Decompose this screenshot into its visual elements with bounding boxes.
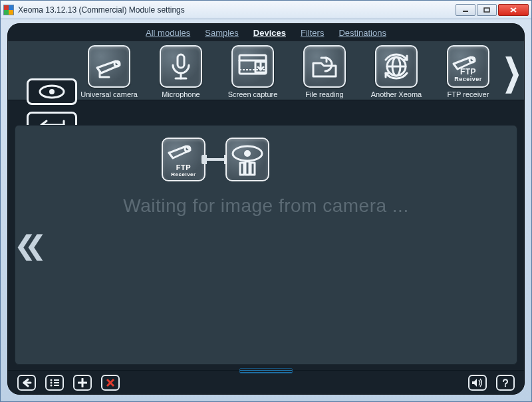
svg-rect-26 [245,161,249,175]
module-file-reading[interactable]: File reading [295,45,354,98]
question-icon [501,378,510,387]
plus-icon [78,378,87,387]
svg-marker-39 [472,379,477,387]
module-label: Screen capture [223,90,282,98]
svg-text:FTP: FTP [460,67,476,76]
pipeline-node-ftp-receiver[interactable]: FTP Receiver [162,138,205,181]
waiting-text: Waiting for image from camera ... [15,195,517,217]
window-frame: Xeoma 13.12.13 (Commercial) Module setti… [0,0,532,402]
node-label-line1: FTP [176,163,191,171]
canvas[interactable]: ❮❮ FTP Receiver [15,125,517,365]
svg-point-33 [51,384,53,386]
tab-samples[interactable]: Samples [205,28,239,38]
back-nav-button[interactable] [17,375,36,391]
minimize-button[interactable] [456,4,475,16]
scroll-right-modules[interactable]: ❯ [503,50,521,93]
module-screen-capture[interactable]: Screen capture [223,45,282,98]
svg-rect-12 [239,55,266,74]
module-label: Microphone [152,90,210,98]
screen-capture-icon [237,52,269,80]
svg-point-31 [51,381,53,383]
titlebar[interactable]: Xeoma 13.12.13 (Commercial) Module setti… [1,1,531,19]
maximize-button[interactable] [477,4,497,16]
eye-icon [37,84,66,100]
add-button[interactable] [73,375,92,391]
svg-point-40 [505,385,506,386]
module-another-xeoma[interactable]: Another Xeoma [367,45,426,98]
module-strip: Universal camera Microphone [8,41,524,100]
module-label: Universal camera [80,90,138,98]
module-label: FTP receiver [439,90,497,98]
tab-destinations[interactable]: Destinations [338,28,386,38]
window-title: Xeoma 13.12.13 (Commercial) Module setti… [18,5,185,15]
scroll-left-canvas[interactable]: ❮❮ [14,230,35,260]
list-button[interactable] [45,375,64,391]
tab-all-modules[interactable]: All modules [146,28,190,38]
app-body: All modules Samples Devices Filters Dest… [7,23,525,395]
svg-point-29 [51,379,53,381]
module-ftp-receiver[interactable]: FTP Receiver FTP receiver [439,45,497,98]
bottom-toolbar [8,370,524,394]
pipeline-node-preview[interactable] [225,138,269,181]
pipeline-connector [205,158,225,161]
svg-rect-1 [484,8,489,12]
node-label-line2: Receiver [171,171,196,177]
globe-sync-icon [380,50,412,82]
module-microphone[interactable]: Microphone [152,45,210,98]
resize-grip[interactable] [239,368,293,373]
sound-button[interactable] [468,375,487,391]
svg-point-24 [244,150,251,157]
camera-icon [93,53,125,80]
module-universal-camera[interactable]: Universal camera [80,45,138,98]
svg-rect-25 [240,163,244,175]
app-icon [3,5,14,15]
arrow-left-icon [21,378,32,387]
delete-button[interactable] [101,375,120,391]
svg-text:Receiver: Receiver [454,76,482,82]
tab-devices[interactable]: Devices [253,28,286,38]
list-icon [49,378,60,387]
svg-rect-9 [178,54,184,68]
x-icon [106,378,115,387]
tab-filters[interactable]: Filters [301,28,324,38]
ftp-receiver-icon [166,141,201,163]
preview-button[interactable] [27,78,77,105]
speaker-icon [471,378,483,387]
module-label: Another Xeoma [367,90,426,98]
pipeline: FTP Receiver [162,138,269,181]
microphone-icon [166,52,196,81]
ftp-receiver-icon: FTP Receiver [451,50,485,82]
svg-point-5 [49,89,55,94]
file-reading-icon [309,52,340,80]
help-button[interactable] [496,375,515,391]
module-label: File reading [295,90,354,98]
preview-archive-icon [229,142,265,177]
tabs: All modules Samples Devices Filters Dest… [8,24,524,41]
svg-rect-27 [251,163,255,175]
close-button[interactable] [498,4,529,16]
